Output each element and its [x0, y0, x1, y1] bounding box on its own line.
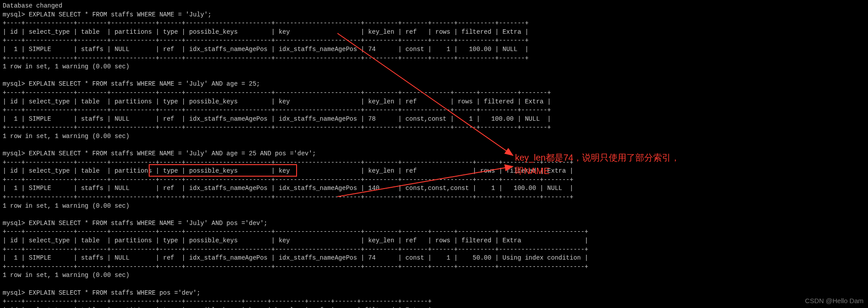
- query-3: EXPLAIN SELECT * FROM staffs WHERE NAME …: [29, 150, 316, 157]
- table4-header: | id | select_type | table | partitions …: [3, 237, 588, 244]
- db-changed-line: Database changed: [3, 2, 62, 9]
- table1-sep-top: +----+-------------+--------+-----------…: [3, 20, 529, 27]
- table2-sep-bottom: +----+-------------+--------+-----------…: [3, 124, 551, 131]
- table1-sep-bottom: +----+-------------+--------+-----------…: [3, 55, 529, 62]
- prompt: mysql>: [3, 11, 25, 18]
- query-1: EXPLAIN SELECT * FROM staffs WHERE NAME …: [29, 11, 212, 18]
- terminal-output: Database changed mysql> EXPLAIN SELECT *…: [0, 0, 868, 308]
- table4-sep-bottom: +----+-------------+--------+-----------…: [3, 263, 588, 270]
- row-footer-3: 1 row in set, 1 warning (0.00 sec): [3, 202, 130, 209]
- query-2: EXPLAIN SELECT * FROM staffs WHERE NAME …: [29, 80, 260, 87]
- annotation-line-1: key_len都是74，说明只使用了部分索引，: [515, 153, 680, 162]
- prompt: mysql>: [3, 220, 25, 227]
- query-5: EXPLAIN SELECT * FROM staffs WHERE pos =…: [29, 289, 200, 296]
- table3-sep-mid: +----+-------------+--------+-----------…: [3, 176, 573, 183]
- row-footer-4: 1 row in set, 1 warning (0.00 sec): [3, 272, 130, 279]
- row-footer-1: 1 row in set, 1 warning (0.00 sec): [3, 63, 130, 70]
- table4-sep-top: +----+-------------+--------+-----------…: [3, 228, 588, 235]
- table1-sep-mid: +----+-------------+--------+-----------…: [3, 37, 529, 44]
- row-footer-2: 1 row in set, 1 warning (0.00 sec): [3, 133, 130, 140]
- table3-sep-top: +----+-------------+--------+-----------…: [3, 159, 573, 166]
- table2-header: | id | select_type | table | partitions …: [3, 98, 551, 105]
- query-4: EXPLAIN SELECT * FROM staffs WHERE NAME …: [29, 220, 268, 227]
- table1-row: | 1 | SIMPLE | staffs | NULL | ref | idx…: [3, 46, 529, 53]
- watermark: CSDN @Hello Dam: [805, 296, 864, 305]
- table2-sep-mid: +----+-------------+--------+-----------…: [3, 107, 551, 114]
- annotation-text: key_len都是74，说明只使用了部分索引， 即NAME: [515, 151, 680, 178]
- table3-sep-bottom: +----+-------------+--------+-----------…: [3, 193, 573, 201]
- prompt: mysql>: [3, 289, 25, 296]
- table4-row: | 1 | SIMPLE | staffs | NULL | ref | idx…: [3, 254, 588, 261]
- table2-row: | 1 | SIMPLE | staffs | NULL | ref | idx…: [3, 115, 551, 122]
- table4-sep-mid: +----+-------------+--------+-----------…: [3, 246, 588, 253]
- table3-header: | id | select_type | table | partitions …: [3, 167, 573, 174]
- table1-header: | id | select_type | table | partitions …: [3, 28, 529, 36]
- table5-sep-top: +----+-------------+--------+-----------…: [3, 298, 432, 305]
- table3-row: | 1 | SIMPLE | staffs | NULL | ref | idx…: [3, 185, 573, 192]
- table2-sep-top: +----+-------------+--------+-----------…: [3, 89, 551, 96]
- prompt: mysql>: [3, 150, 25, 157]
- annotation-line-2: 即NAME: [515, 166, 550, 176]
- prompt: mysql>: [3, 80, 25, 87]
